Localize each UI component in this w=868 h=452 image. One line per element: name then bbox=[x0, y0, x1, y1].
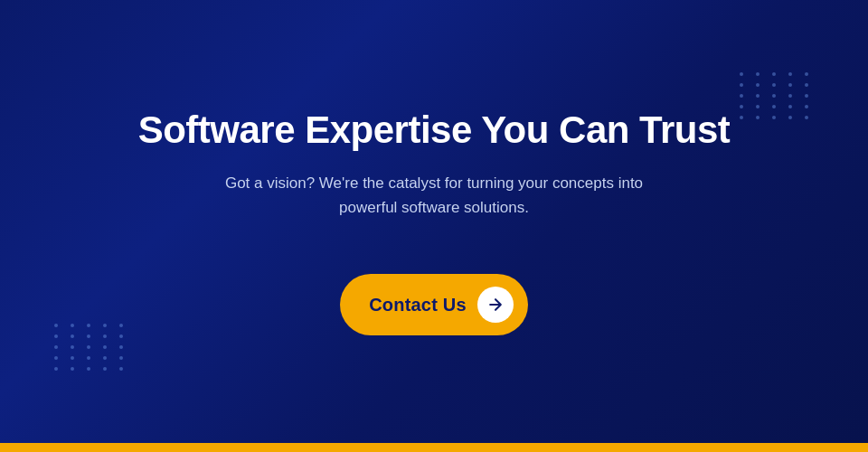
dot bbox=[740, 105, 743, 108]
page-wrapper: Software Expertise You Can Trust Got a v… bbox=[0, 0, 868, 452]
hero-section: Software Expertise You Can Trust Got a v… bbox=[0, 0, 868, 443]
dot bbox=[788, 72, 792, 76]
dot bbox=[54, 356, 58, 360]
bottom-bar bbox=[0, 443, 868, 452]
dot bbox=[756, 72, 760, 76]
dot bbox=[54, 345, 58, 349]
dot bbox=[103, 367, 107, 371]
dot bbox=[103, 334, 107, 338]
dot bbox=[740, 72, 743, 76]
dot bbox=[788, 116, 792, 119]
dot bbox=[805, 105, 808, 108]
dot bbox=[788, 105, 792, 108]
dot bbox=[71, 356, 74, 360]
dot bbox=[71, 367, 74, 371]
contact-us-button[interactable]: Contact Us bbox=[340, 274, 528, 335]
dot bbox=[788, 94, 792, 98]
dot bbox=[805, 116, 808, 119]
dot bbox=[756, 94, 760, 98]
dot bbox=[772, 105, 776, 108]
dot bbox=[805, 83, 808, 87]
dot bbox=[71, 345, 74, 349]
dot bbox=[119, 334, 123, 338]
dot bbox=[119, 356, 123, 360]
dot bbox=[87, 345, 90, 349]
dot bbox=[87, 367, 90, 371]
hero-subtitle: Got a vision? We're the catalyst for tur… bbox=[199, 171, 669, 220]
dot bbox=[71, 334, 74, 338]
dot bbox=[103, 345, 107, 349]
dot bbox=[788, 83, 792, 87]
dot bbox=[103, 356, 107, 360]
dot bbox=[772, 83, 776, 87]
dot bbox=[87, 324, 90, 327]
dot bbox=[805, 72, 808, 76]
dot bbox=[772, 94, 776, 98]
dots-bottom-left bbox=[54, 324, 128, 371]
dots-top-right bbox=[740, 72, 814, 119]
dot bbox=[119, 367, 123, 371]
dot bbox=[71, 324, 74, 327]
dot bbox=[805, 94, 808, 98]
dot bbox=[54, 334, 58, 338]
contact-us-button-label: Contact Us bbox=[369, 295, 467, 315]
dot bbox=[87, 334, 90, 338]
dot bbox=[740, 94, 743, 98]
dot bbox=[54, 367, 58, 371]
dot bbox=[756, 105, 760, 108]
dot bbox=[756, 83, 760, 87]
dot bbox=[772, 116, 776, 119]
dot bbox=[119, 324, 123, 327]
dot bbox=[772, 72, 776, 76]
dot bbox=[756, 116, 760, 119]
dot bbox=[54, 324, 58, 327]
dot bbox=[103, 324, 107, 327]
arrow-icon bbox=[477, 287, 514, 323]
dot bbox=[87, 356, 90, 360]
dot bbox=[119, 345, 123, 349]
dot bbox=[740, 116, 743, 119]
hero-title: Software Expertise You Can Trust bbox=[138, 108, 731, 153]
dot bbox=[740, 83, 743, 87]
